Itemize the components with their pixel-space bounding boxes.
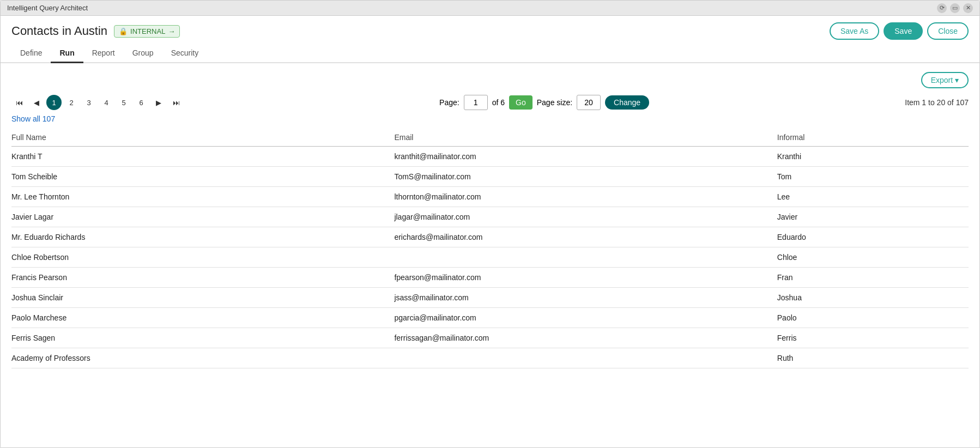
toolbar-row: Export ▾: [11, 72, 969, 88]
cell-email: [394, 348, 777, 368]
tab-define[interactable]: Define: [11, 44, 51, 63]
page-label: Page:: [439, 98, 459, 107]
cell-informal: Kranthi: [777, 147, 969, 167]
tab-report[interactable]: Report: [83, 44, 124, 63]
cell-informal: Chloe: [777, 247, 969, 268]
cell-full-name: Javier Lagar: [11, 207, 394, 227]
cell-email: ferrissagan@mailinator.com: [394, 328, 777, 348]
cell-full-name: Francis Pearson: [11, 268, 394, 288]
restore-button[interactable]: ⟳: [937, 3, 947, 13]
save-button[interactable]: Save: [884, 22, 923, 40]
page-size-input[interactable]: [577, 95, 601, 110]
cell-informal: Ferris: [777, 328, 969, 348]
window-close-button[interactable]: ✕: [963, 3, 973, 13]
cell-email: erichards@mailinator.com: [394, 227, 777, 247]
main-window: Intelligent Query Architect ⟳ ▭ ✕ Contac…: [0, 0, 980, 448]
page-number-input[interactable]: [464, 95, 488, 110]
window-controls: ⟳ ▭ ✕: [937, 3, 973, 13]
data-table: Full Name Email Informal Kranthi T krant…: [11, 129, 969, 368]
cell-full-name: Mr. Eduardo Richards: [11, 227, 394, 247]
cell-email: jsass@mailinator.com: [394, 288, 777, 308]
table-row: Kranthi T kranthit@mailinator.com Kranth…: [11, 147, 969, 167]
content-area: Export ▾ ⏮ ◀ 1 2 3 4 5 6 ▶ ⏭ Page: of 6 …: [1, 63, 979, 447]
cell-email: fpearson@mailinator.com: [394, 268, 777, 288]
close-button[interactable]: Close: [927, 22, 969, 40]
table-row: Ferris Sagen ferrissagan@mailinator.com …: [11, 328, 969, 348]
page-2-button[interactable]: 2: [64, 95, 79, 110]
cell-informal: Paolo: [777, 308, 969, 328]
export-button[interactable]: Export ▾: [921, 72, 969, 88]
cell-informal: Joshua: [777, 288, 969, 308]
app-title: Intelligent Query Architect: [7, 4, 88, 12]
page-1-button[interactable]: 1: [46, 95, 62, 110]
cell-full-name: Paolo Marchese: [11, 308, 394, 328]
internal-badge[interactable]: 🔒 INTERNAL →: [114, 25, 180, 38]
table-row: Tom Scheible TomS@mailinator.com Tom: [11, 167, 969, 187]
cell-full-name: Academy of Professors: [11, 348, 394, 368]
tabs: Define Run Report Group Security: [1, 44, 979, 63]
show-all-link[interactable]: Show all 107: [11, 114, 969, 123]
cell-full-name: Chloe Robertson: [11, 247, 394, 268]
header-left: Contacts in Austin 🔒 INTERNAL →: [11, 24, 180, 38]
col-header-informal: Informal: [777, 129, 969, 147]
tab-security[interactable]: Security: [162, 44, 208, 63]
cell-email: TomS@mailinator.com: [394, 167, 777, 187]
tab-group[interactable]: Group: [124, 44, 162, 63]
cell-full-name: Mr. Lee Thornton: [11, 187, 394, 207]
table-row: Joshua Sinclair jsass@mailinator.com Jos…: [11, 288, 969, 308]
cell-email: lthornton@mailinator.com: [394, 187, 777, 207]
cell-email: [394, 247, 777, 268]
col-header-email: Email: [394, 129, 777, 147]
next-page-button[interactable]: ▶: [151, 95, 166, 110]
cell-full-name: Kranthi T: [11, 147, 394, 167]
cell-informal: Fran: [777, 268, 969, 288]
cell-email: pgarcia@mailinator.com: [394, 308, 777, 328]
go-button[interactable]: Go: [509, 95, 533, 110]
cell-informal: Lee: [777, 187, 969, 207]
cell-email: jlagar@mailinator.com: [394, 207, 777, 227]
pagination-row: ⏮ ◀ 1 2 3 4 5 6 ▶ ⏭ Page: of 6 Go Page s…: [11, 95, 969, 110]
header: Contacts in Austin 🔒 INTERNAL → Save As …: [1, 16, 979, 44]
badge-text: INTERNAL: [130, 27, 165, 35]
save-as-button[interactable]: Save As: [830, 22, 879, 40]
last-page-button[interactable]: ⏭: [168, 95, 184, 110]
col-header-full-name: Full Name: [11, 129, 394, 147]
first-page-button[interactable]: ⏮: [11, 95, 27, 110]
table-row: Chloe Robertson Chloe: [11, 247, 969, 268]
cell-full-name: Joshua Sinclair: [11, 288, 394, 308]
cell-full-name: Ferris Sagen: [11, 328, 394, 348]
page-4-button[interactable]: 4: [99, 95, 114, 110]
change-button[interactable]: Change: [605, 95, 649, 110]
table-row: Paolo Marchese pgarcia@mailinator.com Pa…: [11, 308, 969, 328]
pagination-left: ⏮ ◀ 1 2 3 4 5 6 ▶ ⏭: [11, 95, 184, 110]
cell-informal: Ruth: [777, 348, 969, 368]
table-row: Academy of Professors Ruth: [11, 348, 969, 368]
header-right: Save As Save Close: [830, 22, 969, 40]
table-row: Mr. Lee Thornton lthornton@mailinator.co…: [11, 187, 969, 207]
title-bar: Intelligent Query Architect ⟳ ▭ ✕: [1, 1, 979, 16]
table-row: Francis Pearson fpearson@mailinator.com …: [11, 268, 969, 288]
page-3-button[interactable]: 3: [81, 95, 96, 110]
cell-informal: Eduardo: [777, 227, 969, 247]
minimize-button[interactable]: ▭: [950, 3, 960, 13]
page-title: Contacts in Austin: [11, 24, 107, 38]
page-5-button[interactable]: 5: [116, 95, 131, 110]
cell-full-name: Tom Scheible: [11, 167, 394, 187]
arrow-icon: →: [168, 27, 175, 35]
table-row: Mr. Eduardo Richards erichards@mailinato…: [11, 227, 969, 247]
pagination-center: Page: of 6 Go Page size: Change: [439, 95, 649, 110]
cell-email: kranthit@mailinator.com: [394, 147, 777, 167]
table-row: Javier Lagar jlagar@mailinator.com Javie…: [11, 207, 969, 227]
item-summary: Item 1 to 20 of 107: [905, 98, 969, 107]
of-text: of 6: [492, 98, 505, 107]
cell-informal: Javier: [777, 207, 969, 227]
tab-run[interactable]: Run: [51, 44, 83, 63]
cell-informal: Tom: [777, 167, 969, 187]
page-size-label: Page size:: [537, 98, 572, 107]
lock-icon: 🔒: [119, 27, 128, 35]
page-6-button[interactable]: 6: [134, 95, 149, 110]
prev-page-button[interactable]: ◀: [29, 95, 44, 110]
